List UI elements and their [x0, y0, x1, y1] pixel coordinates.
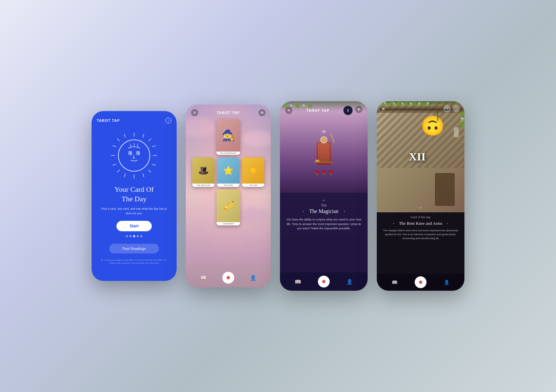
star-art: ⭐: [217, 157, 239, 184]
sun-card-art: ☀️: [242, 157, 264, 184]
book-icon-2[interactable]: 📖: [200, 275, 207, 281]
chevron-down-3: ⌄: [322, 197, 326, 202]
dot-4: [137, 235, 139, 237]
screen3-card-image: 🌿🍃🌿🍃🌿 ✕ TAROT TAP I 👁 ∞: [280, 101, 368, 193]
close-button-3[interactable]: ✕: [285, 107, 292, 114]
svg-line-21: [130, 144, 131, 147]
record-dot-2: [227, 276, 230, 279]
ar-header: ✕ 📷 ⌄: [377, 101, 464, 116]
record-button-2[interactable]: [222, 272, 234, 284]
featured-card-row: 🧙 THE HIEROPHANT: [186, 119, 271, 155]
dot-5: [140, 235, 142, 237]
prev-arrow-3[interactable]: ‹: [303, 209, 304, 214]
card-of-day-label-4: Card of the day: [410, 216, 431, 219]
hierophant-art: 🧙: [217, 119, 240, 152]
bottom-card-row: 🎺 JUDGEMENT: [186, 189, 271, 225]
ar-controls: 📷 ⌄: [443, 105, 460, 112]
dot-1: [126, 235, 128, 237]
book-icon-4[interactable]: 📖: [392, 280, 397, 285]
app-title-1: TAROT TAP: [97, 119, 120, 122]
screen3-header: ✕ TAROT TAP I 👁: [280, 101, 368, 120]
person-icon-2[interactable]: 👤: [250, 275, 256, 281]
record-dot-3: [322, 280, 325, 283]
hierophant-label: THE HIEROPHANT: [217, 152, 240, 155]
judgement-label: JUDGEMENT: [217, 222, 240, 225]
svg-line-15: [152, 164, 156, 165]
past-readings-button[interactable]: Past Readings: [109, 244, 159, 253]
sun-label: THE SUN: [242, 184, 264, 187]
ar-door: [435, 173, 455, 206]
star-label: THE STAR: [217, 184, 239, 187]
app-title-3: TAROT TAP: [306, 108, 329, 112]
card-judgement[interactable]: 🎺 JUDGEMENT: [217, 189, 240, 225]
you-label: You: [321, 204, 327, 207]
card-star[interactable]: ⭐ THE STAR: [217, 157, 239, 187]
phone-screen1: TAROT TAP ?: [92, 111, 177, 281]
app-title-2: TAROT TAP: [217, 111, 240, 115]
svg-line-5: [148, 170, 151, 172]
dot-2: [130, 235, 131, 237]
svg-point-20: [138, 153, 139, 154]
svg-line-8: [124, 134, 125, 138]
svg-line-9: [143, 134, 144, 138]
record-dot-4: [419, 281, 422, 284]
card-name-3: The Magician: [309, 208, 338, 214]
svg-line-6: [148, 139, 151, 141]
close-button-4[interactable]: ✕: [381, 106, 385, 112]
help-icon[interactable]: ?: [165, 118, 171, 123]
ar-chevron-down: ⌄: [419, 204, 423, 210]
screen3-nav: 📖 👤: [280, 272, 368, 291]
screen3-content: ⌄ You ‹ The Magician › You have the abil…: [280, 193, 368, 272]
card-sun[interactable]: ☀️ THE SUN: [242, 157, 264, 187]
ar-camera-icon[interactable]: 📷: [443, 105, 451, 112]
dot-3: [133, 235, 135, 237]
next-arrow-3[interactable]: ›: [344, 209, 345, 214]
next-arrow-4[interactable]: ›: [447, 221, 448, 226]
svg-line-12: [113, 146, 116, 147]
record-button-3[interactable]: [318, 276, 330, 287]
ar-chevron-icon[interactable]: ⌄: [453, 105, 460, 112]
screen1-header: TAROT TAP ?: [97, 118, 171, 123]
card4-nav: ‹ The Bent Knee and Arms ›: [393, 221, 448, 226]
close-button-2[interactable]: ✕: [191, 109, 198, 116]
screen3-header-right: I 👁: [343, 106, 362, 115]
magician-art-detail: [314, 136, 334, 169]
card-reading-text: You have the ability to conjure what you…: [285, 218, 362, 231]
phone-screen4: 🌿🍃🌿🍃🌿🍃🌿🍃🌿🍃🌿🍃 XII 🙃 🌿🍃🌿: [377, 101, 464, 291]
card4-description: The Hanged Man's bent arms and knee repr…: [381, 229, 460, 240]
book-icon-3[interactable]: 📖: [295, 279, 301, 285]
svg-line-14: [152, 146, 156, 147]
screen4-nav: 📖 👤: [377, 274, 464, 291]
svg-line-11: [143, 173, 144, 177]
card-hierophant[interactable]: 🧙 THE HIEROPHANT: [217, 119, 240, 155]
eye-icon-3[interactable]: 👁: [355, 106, 362, 113]
magician-figure: ∞ 🌹🌹🌹: [314, 128, 334, 176]
screen2-nav: 📖 👤: [186, 268, 271, 287]
screen4-content: Card of the day ‹ The Bent Knee and Arms…: [377, 212, 464, 274]
person-icon-4[interactable]: 👤: [444, 280, 449, 285]
hanged-man-figure: 🙃: [420, 114, 445, 138]
three-cards-row: 🎩 THE MAGICIAN ⭐ THE STAR ☀️ THE SUN: [186, 157, 271, 187]
magician-art: 🎩: [192, 157, 215, 184]
prev-arrow-4[interactable]: ‹: [393, 221, 394, 226]
start-button[interactable]: Start: [116, 221, 151, 231]
card-name-4: The Bent Knee and Arms: [399, 221, 442, 226]
magician-label: THE MAGICIAN: [192, 184, 215, 187]
eye-icon[interactable]: 👁: [258, 109, 266, 116]
record-button-4[interactable]: [415, 276, 426, 288]
svg-line-4: [117, 139, 120, 141]
ar-light-switch: [454, 127, 459, 137]
card-magician[interactable]: 🎩 THE MAGICIAN: [192, 157, 215, 187]
person-icon-3[interactable]: 👤: [346, 279, 353, 285]
svg-point-19: [130, 153, 131, 154]
screen2-header: ✕ TAROT TAP 👁: [186, 105, 271, 119]
ar-view: 🌿🍃🌿🍃🌿🍃🌿🍃🌿🍃🌿🍃 XII 🙃 🌿🍃🌿: [377, 101, 464, 212]
svg-line-10: [124, 173, 125, 177]
svg-line-13: [113, 164, 116, 165]
phone-screen3: 🌿🍃🌿🍃🌿 ✕ TAROT TAP I 👁 ∞: [280, 101, 368, 291]
card-of-day-title: Your Card Of The Day: [114, 185, 154, 204]
roses-decoration: 🌹🌹🌹: [314, 170, 334, 176]
infinity-symbol: ∞: [322, 128, 326, 135]
sun-illustration: [108, 129, 160, 182]
xii-numeral: XII: [409, 151, 426, 163]
